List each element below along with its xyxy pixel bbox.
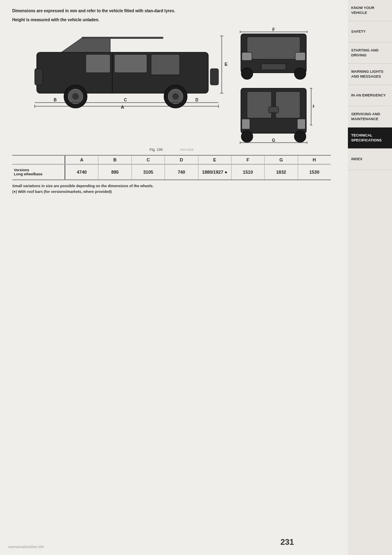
svg-rect-30 bbox=[247, 37, 300, 59]
sidebar-item-warning-lights[interactable]: WARNING LIGHTS AND MESSAGES bbox=[348, 64, 392, 85]
watermark: carmanualsonline.info bbox=[8, 545, 44, 549]
svg-rect-41 bbox=[247, 92, 272, 118]
col-header-F: F bbox=[232, 156, 265, 164]
svg-rect-42 bbox=[276, 92, 300, 118]
fig-caption: Fig. 195 F0Y1525 bbox=[12, 148, 331, 152]
cell-H: 1530 bbox=[298, 165, 331, 179]
svg-text:G: G bbox=[272, 138, 275, 143]
fig-ref: F0Y1525 bbox=[180, 148, 193, 152]
table-header-row: A B C D E F G H bbox=[12, 155, 331, 164]
sidebar-item-in-emergency[interactable]: IN AN EMERGENCY bbox=[348, 85, 392, 106]
sidebar-label-servicing: SERVICING AND MAINTENANCE bbox=[351, 112, 389, 121]
sidebar-item-technical-specs[interactable]: TECHNICAL SPECIFICATIONS bbox=[348, 128, 392, 149]
vehicle-diagram: A B C D E bbox=[12, 28, 331, 145]
svg-text:E: E bbox=[225, 62, 227, 67]
dimensions-table: A B C D E F G H Versions Long wheelbase … bbox=[12, 155, 331, 180]
table-label-header bbox=[12, 156, 65, 164]
vehicle-front-view: F bbox=[233, 28, 314, 81]
vehicle-rear-view: G H bbox=[233, 84, 314, 145]
svg-text:B: B bbox=[53, 98, 56, 102]
col-header-A: A bbox=[65, 156, 98, 164]
footnote-line1: Small variations in size are possible de… bbox=[12, 184, 331, 189]
col-header-B: B bbox=[98, 156, 131, 164]
sidebar-label-starting-driving: STARTING AND DRIVING bbox=[351, 48, 389, 58]
svg-text:C: C bbox=[124, 98, 127, 102]
svg-rect-3 bbox=[86, 54, 110, 73]
svg-rect-33 bbox=[261, 64, 286, 70]
svg-text:A: A bbox=[121, 105, 124, 110]
page-number: 231 bbox=[281, 537, 294, 547]
sidebar-item-safety[interactable]: SAFETY bbox=[348, 21, 392, 43]
svg-rect-44 bbox=[297, 119, 305, 129]
sidebar: KNOW YOUR VEHICLE SAFETY STARTING AND DR… bbox=[348, 0, 392, 555]
row-label-versions: Versions bbox=[14, 168, 63, 172]
sidebar-item-servicing[interactable]: SERVICING AND MAINTENANCE bbox=[348, 106, 392, 128]
fig-number: Fig. 195 bbox=[149, 148, 163, 152]
cell-A: 4740 bbox=[65, 165, 98, 179]
table-col-headers: A B C D E F G H bbox=[65, 156, 331, 164]
cell-C: 3105 bbox=[132, 165, 165, 179]
sidebar-label-technical-specs: TECHNICAL SPECIFICATIONS bbox=[351, 133, 389, 143]
vehicle-side-view: A B C D E bbox=[29, 28, 229, 110]
svg-point-34 bbox=[241, 68, 253, 79]
intro-text: Dimensions are expressed in mm and refer… bbox=[12, 8, 331, 23]
sidebar-item-starting-driving[interactable]: STARTING AND DRIVING bbox=[348, 43, 392, 64]
svg-rect-14 bbox=[82, 37, 163, 39]
intro-line1: Dimensions are expressed in mm and refer… bbox=[12, 8, 331, 14]
cell-G: 1832 bbox=[265, 165, 298, 179]
svg-point-10 bbox=[72, 93, 79, 100]
col-header-D: D bbox=[165, 156, 198, 164]
table-data-cells: 4740 895 3105 740 1880/1927 ● 1510 1832 … bbox=[65, 165, 331, 179]
svg-rect-45 bbox=[269, 107, 278, 113]
svg-point-47 bbox=[294, 131, 306, 142]
table-data-row: Versions Long wheelbase 4740 895 3105 74… bbox=[12, 164, 331, 180]
cell-E: 1880/1927 ● bbox=[198, 165, 232, 179]
svg-point-46 bbox=[241, 131, 253, 142]
svg-point-13 bbox=[172, 93, 179, 100]
footnote-line2: (●) With roof bars (for versions/markets… bbox=[12, 189, 331, 195]
vehicle-rear-views: F bbox=[233, 28, 314, 145]
cell-B: 895 bbox=[98, 165, 131, 179]
col-header-E: E bbox=[198, 156, 232, 164]
svg-rect-32 bbox=[295, 52, 305, 60]
sidebar-label-in-emergency: IN AN EMERGENCY bbox=[351, 93, 386, 98]
cell-D: 740 bbox=[165, 165, 198, 179]
svg-text:H: H bbox=[313, 104, 314, 109]
intro-line2: Height is measured with the vehicle unla… bbox=[12, 17, 331, 23]
cell-F: 1510 bbox=[232, 165, 265, 179]
svg-rect-43 bbox=[242, 119, 250, 129]
svg-rect-6 bbox=[35, 69, 43, 85]
col-header-H: H bbox=[298, 156, 331, 164]
svg-text:D: D bbox=[195, 98, 198, 102]
svg-rect-2 bbox=[151, 54, 180, 75]
col-header-C: C bbox=[132, 156, 165, 164]
main-content: Dimensions are expressed in mm and refer… bbox=[0, 0, 343, 555]
svg-rect-31 bbox=[242, 52, 252, 60]
svg-rect-7 bbox=[210, 69, 218, 85]
footnotes: Small variations in size are possible de… bbox=[12, 184, 331, 195]
svg-text:F: F bbox=[272, 28, 275, 32]
sidebar-label-warning-lights: WARNING LIGHTS AND MESSAGES bbox=[351, 69, 389, 79]
sidebar-label-index: INDEX bbox=[351, 157, 363, 162]
row-label: Versions Long wheelbase bbox=[12, 165, 65, 179]
col-header-G: G bbox=[265, 156, 298, 164]
sidebar-item-index[interactable]: INDEX bbox=[348, 149, 392, 170]
sidebar-item-know-your-vehicle[interactable]: KNOW YOUR VEHICLE bbox=[348, 0, 392, 21]
sidebar-label-safety: SAFETY bbox=[351, 29, 366, 34]
svg-point-35 bbox=[294, 68, 306, 79]
row-label-wheelbase: Long wheelbase bbox=[14, 172, 63, 176]
sidebar-label-know-your-vehicle: KNOW YOUR VEHICLE bbox=[351, 6, 389, 15]
svg-marker-1 bbox=[61, 38, 110, 52]
svg-rect-4 bbox=[114, 54, 147, 73]
